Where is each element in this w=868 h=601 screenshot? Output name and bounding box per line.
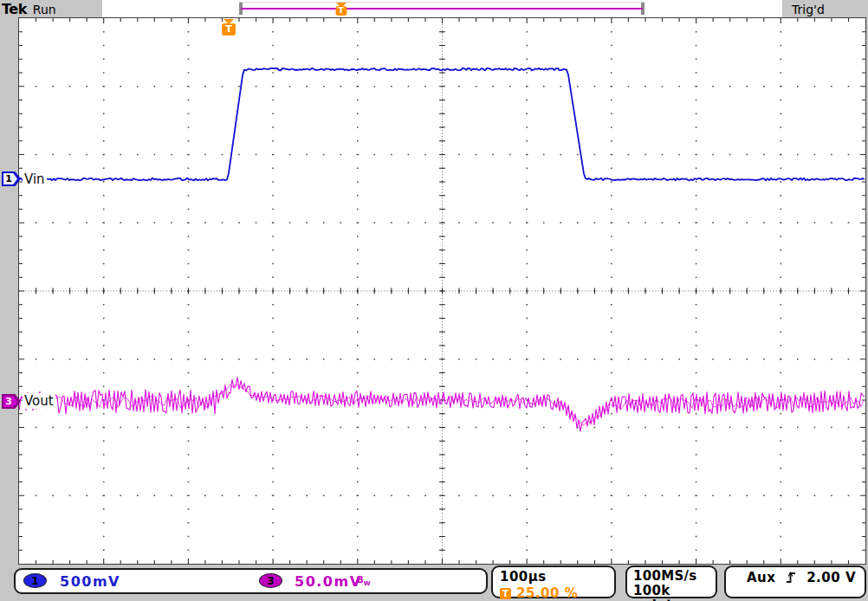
record-view-bar[interactable]: T (239, 2, 645, 15)
ch1-badge[interactable]: 1 (23, 573, 47, 588)
sample-rate-readout: 100MS/s (633, 569, 716, 584)
run-status-text: Run (33, 3, 56, 16)
ch1-ground-marker[interactable]: 1 (2, 171, 21, 186)
ch3-ground-marker[interactable]: 3 (2, 394, 21, 409)
vin-trace-label: Vin (23, 171, 47, 187)
trigger-source-readout: Aux (747, 570, 775, 585)
record-length-readout: 100k points (633, 584, 716, 601)
trigger-t-icon: T (222, 23, 236, 36)
trigger-status: Trig'd (782, 0, 868, 18)
graticule-area (18, 17, 866, 565)
ch3-scale-readout: 50.0mV (295, 573, 362, 590)
trigger-level-readout: 2.00 V (806, 570, 856, 585)
timebase-readout: 100µs (500, 569, 614, 585)
acquisition-status: Tek Run (0, 0, 102, 18)
trigger-position-marker[interactable]: T (220, 19, 237, 36)
trigger-readout-box[interactable]: Aux 2.00 V (724, 565, 866, 598)
trigger-position-readout: 25.00 % (516, 585, 578, 601)
top-status-bar: Tek Run T Trig'd (0, 0, 868, 18)
trigger-t-icon: T (500, 588, 511, 599)
horizontal-readout-box[interactable]: 100µs T 25.00 % (491, 565, 616, 598)
bottom-readout-bar: 1 500mV 3 50.0mV BW 100µs T 25.00 % 100M… (0, 565, 868, 601)
ch1-scale-readout: 500mV (60, 573, 120, 590)
waveform-display (19, 18, 865, 564)
ch3-bandwidth-limit-icon: BW (357, 575, 370, 587)
record-trigger-position-icon[interactable]: T (334, 3, 347, 16)
acquisition-readout-box[interactable]: 100MS/s 100k points (625, 565, 717, 598)
trigd-status-text: Trig'd (792, 3, 825, 16)
ch3-marker-number: 3 (2, 394, 16, 409)
ch3-badge[interactable]: 3 (259, 573, 282, 588)
channel-readout-box[interactable]: 1 500mV 3 50.0mV BW (14, 568, 488, 594)
rising-edge-slope-icon (786, 571, 796, 585)
ch1-marker-number: 1 (2, 171, 16, 186)
tek-logo: Tek (2, 1, 27, 17)
trigger-t-icon: T (335, 6, 347, 16)
record-waveform-line (241, 8, 643, 10)
vout-trace-label: Vout (23, 393, 55, 409)
